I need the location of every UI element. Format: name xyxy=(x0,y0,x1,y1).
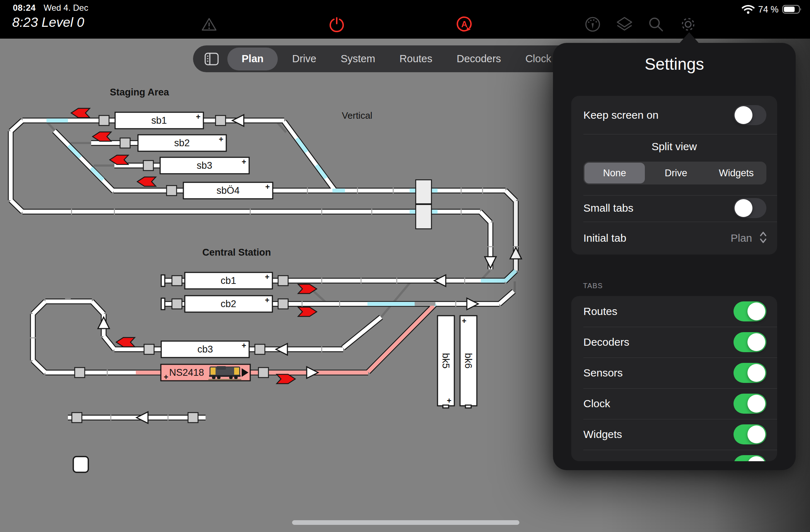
section-tabs: TABS xyxy=(583,282,603,290)
toggle-knob xyxy=(747,364,765,382)
app-root: Staging Area Central Station Vertical xyxy=(0,0,810,532)
sensors-toggle[interactable] xyxy=(734,363,766,383)
svg-text:A: A xyxy=(461,19,467,29)
svg-text:sb2: sb2 xyxy=(174,138,190,148)
clock-level-title: 8:23 Level 0 xyxy=(12,15,84,30)
main-tab-bar: Plan Drive System Routes Decoders Clock xyxy=(193,45,586,72)
block-sb1[interactable]: sb1 + xyxy=(115,112,203,129)
row-divider xyxy=(583,195,777,196)
block-bk5[interactable]: bk5 + xyxy=(438,316,454,408)
bumper-cb2 xyxy=(161,298,165,310)
decoders-toggle[interactable] xyxy=(734,332,766,352)
warning-button[interactable] xyxy=(199,14,219,34)
tab-drive[interactable]: Drive xyxy=(280,48,329,70)
view-card: Keep screen on Split view None Drive Wid… xyxy=(571,96,777,255)
block-cb3[interactable]: cb3 + xyxy=(161,341,249,358)
auto-mode-icon: A xyxy=(456,16,473,33)
svg-text:cb1: cb1 xyxy=(221,275,236,286)
tabs-card: Routes Decoders Sensors Clock Widgets xyxy=(571,296,777,461)
block-cb1[interactable]: cb1 + xyxy=(185,272,272,289)
toggle-knob xyxy=(735,106,752,124)
levels-button[interactable] xyxy=(614,14,634,34)
svg-text:cb2: cb2 xyxy=(221,299,236,309)
svg-text:+: + xyxy=(447,396,451,405)
row-divider xyxy=(583,327,777,327)
toggle-knob xyxy=(747,456,765,461)
power-button[interactable] xyxy=(327,14,347,34)
svg-text:sb1: sb1 xyxy=(151,115,167,126)
initial-tab-label: Initial tab xyxy=(583,232,626,244)
row-divider xyxy=(583,419,777,419)
wifi-icon xyxy=(742,4,755,14)
toggle-knob xyxy=(747,395,765,413)
home-indicator[interactable] xyxy=(292,520,519,525)
popover-caret xyxy=(678,32,700,44)
clock-toggle[interactable] xyxy=(734,394,766,414)
row-divider xyxy=(583,450,777,450)
initial-tab-picker[interactable] xyxy=(759,231,767,246)
clock-toggle-label: Clock xyxy=(583,398,610,410)
settings-popover: Settings VIEW Keep screen on Split view … xyxy=(553,43,796,470)
status-date: Wed 4. Dec xyxy=(44,3,88,13)
power-icon xyxy=(329,16,345,32)
settings-title: Settings xyxy=(553,54,796,74)
svg-text:cb3: cb3 xyxy=(197,344,213,355)
initial-tab-value: Plan xyxy=(731,232,752,244)
svg-text:sbÖ4: sbÖ4 xyxy=(217,185,240,196)
svg-text:+: + xyxy=(242,157,246,166)
tab-routes[interactable]: Routes xyxy=(387,48,445,70)
svg-text:+: + xyxy=(164,373,168,381)
tab-system[interactable]: System xyxy=(329,48,387,70)
toggle-knob xyxy=(747,425,765,443)
svg-text:+: + xyxy=(242,341,246,350)
toggle-knob xyxy=(747,302,765,320)
small-tabs-toggle[interactable] xyxy=(734,198,766,218)
speedometer-icon xyxy=(584,16,601,33)
block-sbo4[interactable]: sbÖ4 + xyxy=(183,182,273,199)
sidebar-toggle-icon[interactable] xyxy=(204,53,219,65)
partial-row-toggle[interactable] xyxy=(734,455,766,461)
row-divider xyxy=(583,222,777,222)
block-sb3[interactable]: sb3 + xyxy=(160,157,249,174)
svg-text:+: + xyxy=(265,272,270,281)
small-tabs-label: Small tabs xyxy=(583,202,633,214)
bridge-vertical[interactable] xyxy=(416,180,431,229)
bumper-cb1 xyxy=(161,275,165,286)
segment-none[interactable]: None xyxy=(584,163,645,183)
warning-icon xyxy=(201,17,217,31)
block-bk6[interactable]: bk6 + xyxy=(460,316,477,408)
widgets-toggle[interactable] xyxy=(734,424,766,444)
svg-text:+: + xyxy=(196,112,201,121)
throttle-button[interactable] xyxy=(583,14,603,34)
routes-toggle[interactable] xyxy=(734,301,766,321)
settings-button[interactable] xyxy=(678,14,698,34)
search-icon xyxy=(648,16,664,33)
svg-text:+: + xyxy=(265,182,270,191)
keep-screen-on-label: Keep screen on xyxy=(583,109,658,121)
search-button[interactable] xyxy=(646,14,666,34)
label-vertical: Vertical xyxy=(342,110,372,121)
toggle-knob xyxy=(735,199,752,217)
row-divider xyxy=(583,388,777,389)
chevron-up-down-icon xyxy=(759,231,767,244)
split-view-label: Split view xyxy=(571,141,777,153)
sensors-toggle-label: Sensors xyxy=(583,367,623,379)
svg-text:NS2418: NS2418 xyxy=(169,367,204,378)
plan-output-button[interactable] xyxy=(73,457,88,472)
block-sb2[interactable]: sb2 + xyxy=(138,135,226,151)
svg-text:+: + xyxy=(265,296,270,305)
split-view-segmented: None Drive Widgets xyxy=(583,162,766,184)
segment-drive[interactable]: Drive xyxy=(646,162,706,184)
keep-screen-on-toggle[interactable] xyxy=(734,105,766,125)
battery-percent: 74 % xyxy=(758,4,779,15)
widgets-toggle-label: Widgets xyxy=(583,428,622,440)
tab-plan[interactable]: Plan xyxy=(227,48,278,70)
block-ns2418[interactable]: NS2418 + xyxy=(161,364,250,381)
auto-mode-button[interactable]: A xyxy=(454,14,474,34)
block-cb2[interactable]: cb2 + xyxy=(185,296,272,312)
tab-decoders[interactable]: Decoders xyxy=(445,48,513,70)
layers-icon xyxy=(616,16,633,33)
row-divider xyxy=(583,134,777,134)
toggle-knob xyxy=(747,333,765,351)
segment-widgets[interactable]: Widgets xyxy=(706,162,766,184)
